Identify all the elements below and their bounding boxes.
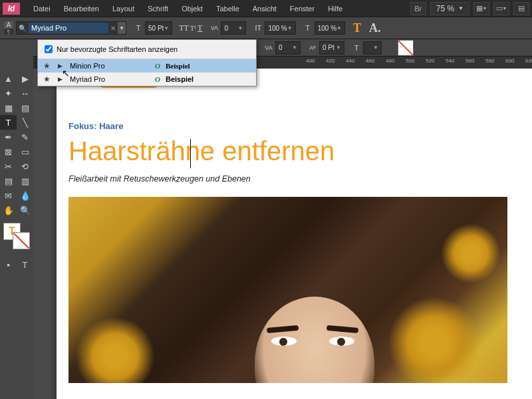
baseline-value: 0 Pt bbox=[323, 44, 334, 51]
document-canvas[interactable]: How-to Fokus: Haare Haarsträhne entferne… bbox=[33, 68, 532, 399]
skew-t-icon: T bbox=[351, 44, 362, 52]
vscale-value: 100 % bbox=[268, 25, 287, 32]
article-subtitle: Fleißarbeit mit Retuschewerkzeugen und E… bbox=[68, 174, 532, 184]
font-list[interactable]: ★ ▶ Minion Pro O Beispiel ★ ▶ Myriad Pro… bbox=[38, 59, 256, 86]
font-size-value: 50 Pt bbox=[148, 25, 164, 32]
chevron-down-icon[interactable]: ▼ bbox=[118, 22, 126, 34]
gradient-swatch-tool[interactable]: ▤ bbox=[0, 174, 17, 188]
menu-hilfe[interactable]: Hilfe bbox=[321, 2, 349, 15]
eyedropper-tool[interactable]: 💧 bbox=[17, 188, 33, 203]
menu-fenster[interactable]: Fenster bbox=[283, 2, 321, 15]
char-mode-toggle[interactable]: A bbox=[4, 21, 13, 29]
char-style-icon[interactable]: T bbox=[353, 21, 361, 35]
content-placer-tool[interactable]: ▨ bbox=[17, 100, 33, 115]
baseline-field[interactable]: 0 Pt▼ bbox=[319, 41, 344, 55]
article-title[interactable]: Haarsträhne entfernen bbox=[68, 136, 532, 166]
baseline-icon: Aª bbox=[307, 45, 318, 51]
direct-selection-tool[interactable]: ▶ bbox=[17, 71, 33, 86]
kerning-icon: VA bbox=[209, 25, 219, 31]
article-photo bbox=[68, 197, 507, 383]
kerning-value: 0 bbox=[224, 25, 228, 32]
text-cursor bbox=[190, 139, 191, 168]
menu-bearbeiten[interactable]: Bearbeiten bbox=[57, 2, 106, 15]
page-tool[interactable]: ✦ bbox=[0, 86, 17, 100]
zoom-value: 75 % bbox=[436, 4, 454, 13]
font-size-field[interactable]: 50 Pt▼ bbox=[145, 21, 172, 35]
underline-icon[interactable]: T bbox=[198, 23, 202, 33]
star-icon[interactable]: ★ bbox=[43, 61, 53, 70]
apply-color-btn[interactable]: ▪ bbox=[0, 257, 17, 272]
font-family-field[interactable]: 🔍 ✕ ▼ bbox=[16, 21, 126, 35]
view-options-icon[interactable]: ▦▼ bbox=[473, 2, 489, 15]
bridge-icon[interactable]: Br bbox=[410, 2, 426, 15]
rectangle-tool[interactable]: ▭ bbox=[17, 144, 33, 159]
arrange-icon[interactable]: ▤ bbox=[513, 2, 529, 15]
kerning-field[interactable]: 0▼ bbox=[221, 21, 246, 35]
fill-stroke-swatch[interactable]: T bbox=[3, 223, 30, 249]
menu-objekt[interactable]: Objekt bbox=[175, 2, 209, 15]
screen-mode-icon[interactable]: ▭▼ bbox=[493, 2, 509, 15]
font-sample: Beispiel bbox=[166, 62, 190, 70]
font-item-myriad[interactable]: ★ ▶ Myriad Pro O Beispiel bbox=[38, 72, 256, 86]
free-transform-tool[interactable]: ⟲ bbox=[17, 159, 33, 174]
gradient-feather-tool[interactable]: ▥ bbox=[17, 174, 33, 188]
font-name: Myriad Pro bbox=[70, 75, 150, 83]
font-size-icon: T bbox=[133, 24, 144, 32]
opentype-icon: O bbox=[155, 75, 160, 83]
favorites-only-label: Nur bevorzugte Schriftarten anzeigen bbox=[57, 45, 178, 53]
fokus-heading: Fokus: Haare bbox=[68, 121, 532, 131]
superscript-icon[interactable]: T¹ bbox=[190, 25, 196, 32]
no-fill-swatch[interactable] bbox=[398, 40, 414, 56]
vscale-field[interactable]: 100 %▼ bbox=[265, 21, 295, 35]
fill-a-icon[interactable]: A. bbox=[366, 21, 384, 35]
expand-icon[interactable]: ▶ bbox=[58, 76, 65, 82]
font-item-minion[interactable]: ★ ▶ Minion Pro O Beispiel bbox=[38, 59, 256, 72]
menu-ansicht[interactable]: Ansicht bbox=[246, 2, 283, 15]
tracking-value: 0 bbox=[279, 44, 283, 51]
hand-tool[interactable]: ✋ bbox=[0, 203, 17, 217]
search-icon: 🔍 bbox=[17, 25, 29, 32]
allcaps-icon[interactable]: TT bbox=[179, 23, 189, 33]
zoom-tool[interactable]: 🔍 bbox=[17, 203, 33, 217]
note-tool[interactable]: ✉ bbox=[0, 188, 17, 203]
menu-datei[interactable]: Datei bbox=[27, 2, 57, 15]
gap-tool[interactable]: ↔ bbox=[17, 86, 33, 100]
vscale-icon: IT bbox=[253, 24, 263, 32]
font-family-input[interactable] bbox=[29, 23, 108, 33]
control-bar: A ¶ 🔍 ✕ ▼ T 50 Pt▼ TT T¹ T VA 0▼ IT 100 … bbox=[0, 17, 532, 39]
content-collector-tool[interactable]: ▦ bbox=[0, 100, 17, 115]
type-tool[interactable]: T bbox=[0, 115, 17, 130]
zoom-dropdown[interactable]: 75 %▼ bbox=[430, 2, 469, 15]
page: How-to Fokus: Haare Haarsträhne entferne… bbox=[57, 68, 532, 399]
favorites-only-checkbox[interactable] bbox=[45, 45, 53, 53]
font-name: Minion Pro bbox=[70, 62, 150, 70]
tools-panel: ▲▶ ✦↔ ▦▨ T╲ ✒✎ ⊠▭ ✂⟲ ▤▥ ✉💧 ✋🔍 T ▪T bbox=[0, 39, 33, 399]
tracking-field[interactable]: 0▼ bbox=[275, 41, 301, 55]
tracking-icon: VA bbox=[263, 45, 274, 51]
menu-tabelle[interactable]: Tabelle bbox=[209, 2, 246, 15]
article-title-text: Haarsträhne entfernen bbox=[68, 136, 334, 166]
selection-tool[interactable]: ▲ bbox=[0, 71, 17, 86]
scissors-tool[interactable]: ✂ bbox=[0, 159, 17, 174]
line-tool[interactable]: ╲ bbox=[17, 115, 33, 130]
pen-tool[interactable]: ✒ bbox=[0, 130, 17, 144]
para-mode-toggle[interactable]: ¶ bbox=[4, 29, 13, 35]
main-menubar: Id Datei Bearbeiten Layout Schrift Objek… bbox=[0, 0, 532, 17]
opentype-icon: O bbox=[155, 62, 160, 70]
hscale-icon: T bbox=[303, 24, 313, 32]
app-logo: Id bbox=[3, 3, 20, 15]
menu-schrift[interactable]: Schrift bbox=[141, 2, 175, 15]
menu-layout[interactable]: Layout bbox=[106, 2, 141, 15]
pencil-tool[interactable]: ✎ bbox=[17, 130, 33, 144]
expand-icon[interactable]: ▶ bbox=[58, 63, 65, 69]
hscale-value: 100 % bbox=[318, 25, 336, 32]
skew-field[interactable]: ▼ bbox=[363, 41, 382, 55]
hscale-field[interactable]: 100 %▼ bbox=[315, 21, 345, 35]
font-family-dropdown: Nur bevorzugte Schriftarten anzeigen ★ ▶… bbox=[37, 39, 257, 86]
star-icon[interactable]: ★ bbox=[43, 74, 53, 84]
format-text-btn[interactable]: T bbox=[17, 257, 33, 272]
clear-icon[interactable]: ✕ bbox=[108, 25, 118, 32]
rectangle-frame-tool[interactable]: ⊠ bbox=[0, 144, 17, 159]
font-sample: Beispiel bbox=[166, 75, 194, 83]
